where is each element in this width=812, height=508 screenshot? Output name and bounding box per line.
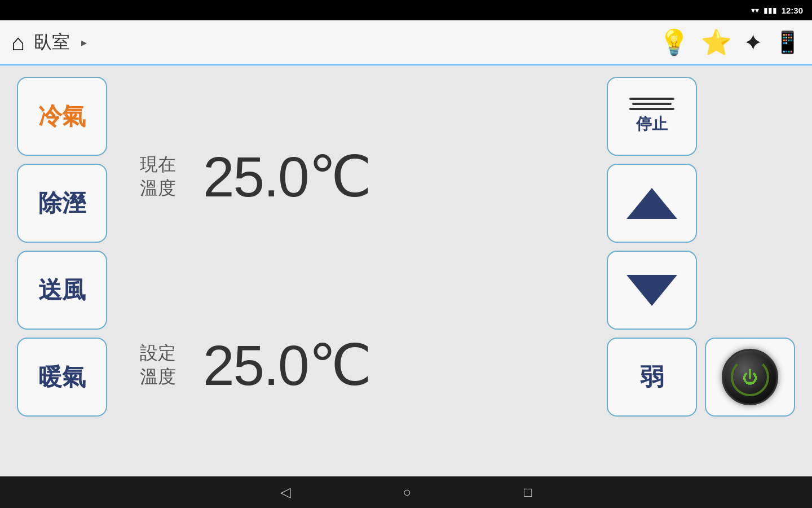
room-title: 臥室 bbox=[34, 30, 70, 55]
power-button[interactable] bbox=[705, 338, 795, 417]
bottom-ctrl-row: 弱 bbox=[607, 338, 795, 417]
up-arrow-icon bbox=[626, 188, 677, 219]
current-temp-value: 25.0℃ bbox=[203, 144, 370, 210]
right-controls: 停止 弱 bbox=[607, 77, 795, 417]
temp-down-button[interactable] bbox=[607, 251, 697, 330]
battery-icon: ▮▮▮ bbox=[764, 6, 777, 15]
down-arrow-icon bbox=[626, 275, 677, 306]
wave-icon bbox=[629, 98, 674, 110]
temp-up-button[interactable] bbox=[607, 164, 697, 243]
temp-display: 現在溫度 25.0℃ 設定溫度 25.0℃ bbox=[118, 77, 595, 465]
clock: 12:30 bbox=[782, 6, 803, 15]
nav-bar: ⌂ 臥室 ▸ 💡 ⭐ ✦ 📱 bbox=[0, 20, 812, 65]
fan-icon[interactable]: ✦ bbox=[743, 29, 763, 56]
main-content: 冷氣 除溼 送風 暖氣 現在溫度 25.0℃ 設定溫度 25.0℃ 停止 bbox=[0, 65, 812, 476]
set-temp-label: 設定溫度 bbox=[130, 341, 186, 388]
star-icon[interactable]: ⭐ bbox=[701, 28, 732, 57]
home-icon[interactable]: ⌂ bbox=[11, 30, 25, 55]
toolbar-icons: 💡 ⭐ ✦ 📱 bbox=[659, 28, 801, 57]
back-button[interactable]: ◁ bbox=[280, 484, 290, 500]
weak-button[interactable]: 弱 bbox=[607, 338, 697, 417]
mode-heat-button[interactable]: 暖氣 bbox=[17, 338, 107, 417]
stop-label: 停止 bbox=[636, 113, 668, 135]
mode-dehumid-button[interactable]: 除溼 bbox=[17, 164, 107, 243]
power-circle-icon bbox=[722, 349, 778, 405]
set-temp-row: 設定溫度 25.0℃ bbox=[130, 332, 584, 398]
remote-icon[interactable]: 📱 bbox=[774, 30, 801, 55]
mode-buttons: 冷氣 除溼 送風 暖氣 bbox=[17, 77, 107, 417]
current-temp-label: 現在溫度 bbox=[130, 153, 186, 200]
home-button[interactable]: ○ bbox=[403, 484, 412, 500]
mode-fan-button[interactable]: 送風 bbox=[17, 251, 107, 330]
mode-cool-button[interactable]: 冷氣 bbox=[17, 77, 107, 156]
lightbulb-icon[interactable]: 💡 bbox=[659, 28, 690, 57]
bottom-nav: ◁ ○ □ bbox=[0, 476, 812, 508]
current-temp-row: 現在溫度 25.0℃ bbox=[130, 144, 584, 210]
set-temp-value: 25.0℃ bbox=[203, 332, 370, 398]
stop-button[interactable]: 停止 bbox=[607, 77, 697, 156]
menu-button[interactable]: □ bbox=[524, 484, 532, 500]
wifi-icon: ▾▾ bbox=[751, 6, 759, 15]
status-bar: ▾▾ ▮▮▮ 12:30 bbox=[0, 0, 812, 20]
dropdown-arrow[interactable]: ▸ bbox=[81, 36, 87, 49]
